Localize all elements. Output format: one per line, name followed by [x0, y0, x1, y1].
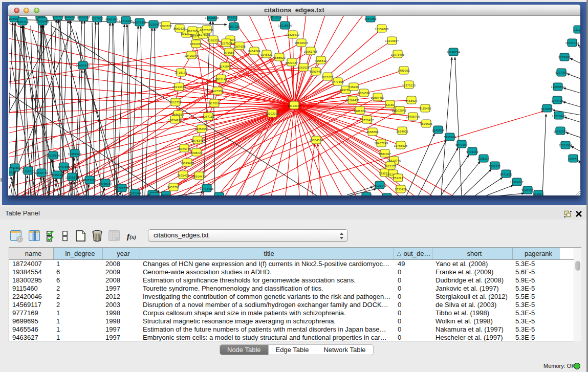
svg-text:18724007: 18724007: [288, 104, 301, 107]
svg-text:1654332: 1654332: [190, 42, 202, 46]
svg-text:13325419: 13325419: [286, 33, 300, 36]
svg-text:13353594: 13353594: [195, 127, 209, 130]
svg-text:16961758: 16961758: [304, 50, 318, 53]
svg-text:19218506: 19218506: [278, 24, 292, 27]
svg-text:881301: 881301: [227, 16, 237, 19]
svg-text:7632621: 7632621: [489, 165, 501, 168]
svg-text:1654923: 1654923: [396, 130, 408, 133]
svg-text:12505195: 12505195: [66, 176, 79, 179]
svg-text:11123: 11123: [574, 28, 580, 31]
svg-text:23226058: 23226058: [200, 29, 214, 32]
svg-text:2087682: 2087682: [364, 17, 377, 20]
svg-text:1588520: 1588520: [273, 56, 286, 59]
svg-text:9242848: 9242848: [219, 65, 231, 68]
svg-text:8813014: 8813014: [270, 16, 282, 19]
svg-text:19756928: 19756928: [394, 144, 408, 147]
svg-text:1362635: 1362635: [297, 66, 310, 69]
svg-text:10807487: 10807487: [371, 96, 385, 99]
svg-text:7986322: 7986322: [354, 110, 366, 113]
svg-text:1244415: 1244415: [551, 99, 563, 102]
svg-text:20891406: 20891406: [36, 20, 50, 23]
svg-text:7625402: 7625402: [177, 174, 189, 177]
svg-text:8454749: 8454749: [248, 50, 260, 53]
svg-text:15692951: 15692951: [554, 130, 568, 133]
svg-text:17016504: 17016504: [559, 144, 573, 147]
svg-text:9329966: 9329966: [558, 56, 571, 59]
svg-text:19099489: 19099489: [181, 162, 194, 165]
svg-text:16914479: 16914479: [192, 175, 206, 178]
svg-text:3498222: 3498222: [190, 151, 203, 155]
svg-text:3624534: 3624534: [358, 92, 370, 95]
svg-text:20053346: 20053346: [76, 64, 90, 67]
svg-text:116753: 116753: [568, 158, 578, 161]
svg-text:16671355: 16671355: [133, 21, 147, 24]
svg-text:2718176: 2718176: [175, 71, 187, 74]
svg-text:20364436: 20364436: [346, 99, 360, 102]
svg-text:20206536: 20206536: [47, 154, 60, 157]
svg-text:10973493: 10973493: [391, 53, 405, 56]
svg-text:1640954: 1640954: [432, 129, 444, 132]
svg-text:2803144: 2803144: [215, 78, 227, 81]
svg-text:8186328: 8186328: [207, 39, 220, 42]
svg-text:891295: 891295: [187, 30, 198, 33]
svg-text:9777169: 9777169: [332, 80, 344, 83]
svg-text:4055714: 4055714: [16, 20, 29, 24]
svg-text:2367608: 2367608: [233, 45, 246, 48]
svg-text:17359924: 17359924: [68, 152, 82, 156]
svg-text:252214: 252214: [393, 177, 403, 180]
svg-text:15716485: 15716485: [200, 187, 214, 190]
svg-text:2935114: 2935114: [477, 157, 489, 160]
svg-text:1527602: 1527602: [91, 17, 103, 20]
svg-text:7515546: 7515546: [147, 23, 160, 26]
svg-text:16154808: 16154808: [375, 28, 389, 31]
svg-text:9146821: 9146821: [260, 53, 273, 56]
svg-text:8471676: 8471676: [500, 173, 512, 176]
svg-text:9327508: 9327508: [220, 42, 232, 45]
svg-text:963904: 963904: [64, 16, 75, 18]
svg-text:7485063: 7485063: [398, 69, 410, 72]
svg-text:12975115: 12975115: [402, 84, 416, 87]
svg-text:15751074: 15751074: [565, 41, 579, 45]
svg-text:10958167: 10958167: [99, 182, 113, 185]
svg-text:12213967: 12213967: [385, 39, 399, 42]
svg-text:917006: 917006: [209, 102, 220, 105]
svg-text:16033809: 16033809: [205, 16, 219, 19]
svg-text:22420046: 22420046: [185, 54, 199, 57]
svg-text:6879197: 6879197: [455, 143, 468, 146]
svg-text:15720407: 15720407: [360, 119, 374, 122]
svg-text:10654112: 10654112: [510, 181, 524, 184]
svg-text:9427552: 9427552: [211, 90, 224, 93]
svg-text:1615172: 1615172: [384, 165, 397, 168]
svg-text:18640910: 18640910: [295, 41, 309, 45]
svg-text:16782759: 16782759: [115, 187, 129, 190]
svg-text:13942757: 13942757: [35, 171, 49, 174]
svg-text:1282344: 1282344: [129, 192, 141, 195]
svg-text:1621022: 1621022: [321, 76, 334, 79]
svg-text:9115460: 9115460: [419, 107, 431, 110]
svg-text:12213369: 12213369: [172, 85, 186, 89]
svg-text:82763: 82763: [162, 194, 170, 196]
svg-text:19384554: 19384554: [310, 139, 323, 142]
svg-text:17428: 17428: [215, 195, 224, 196]
svg-text:18495796: 18495796: [406, 115, 420, 118]
svg-text:9463627: 9463627: [405, 99, 418, 102]
svg-text:15136141: 15136141: [373, 184, 387, 187]
svg-text:1145193: 1145193: [51, 173, 63, 177]
svg-text:391536: 391536: [9, 171, 14, 174]
svg-text:5938923: 5938923: [444, 136, 456, 139]
svg-text:15046766: 15046766: [178, 147, 191, 150]
svg-text:16648794: 16648794: [447, 51, 461, 54]
svg-text:18407249: 18407249: [375, 142, 388, 145]
svg-text:5878342: 5878342: [191, 139, 204, 142]
svg-text:9227342: 9227342: [555, 71, 568, 74]
svg-text:11156812: 11156812: [21, 170, 35, 173]
svg-text:16542: 16542: [362, 195, 371, 196]
svg-text:1002543: 1002543: [394, 109, 406, 112]
svg-text:7955812: 7955812: [315, 59, 327, 62]
svg-text:9884067: 9884067: [379, 152, 391, 156]
svg-text:9457791: 9457791: [167, 186, 180, 189]
svg-text:17957223: 17957223: [83, 179, 97, 182]
svg-text:9245652: 9245652: [521, 189, 534, 192]
svg-text:23302023: 23302023: [266, 112, 279, 115]
svg-text:8660124: 8660124: [173, 27, 186, 30]
